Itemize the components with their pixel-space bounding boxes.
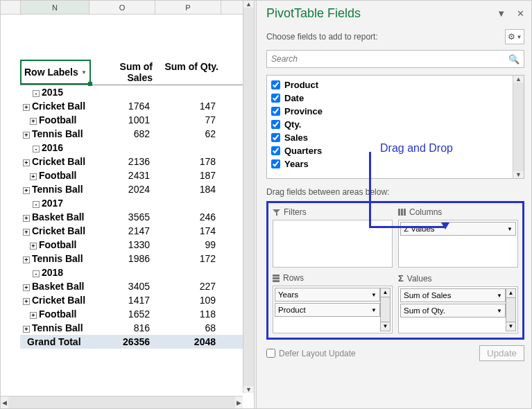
- pivot-row[interactable]: +Tennis Ball81668: [20, 321, 254, 335]
- qty-cell: 62: [157, 127, 223, 141]
- chevron-down-icon[interactable]: ▼: [507, 226, 513, 232]
- search-box[interactable]: 🔍: [266, 50, 524, 68]
- sum-sales-header[interactable]: Sum of Sales: [91, 60, 157, 85]
- pivot-row[interactable]: -2015: [20, 85, 254, 99]
- field-date[interactable]: Date: [271, 92, 508, 105]
- scroll-track[interactable]: [513, 82, 524, 171]
- rows-area-scrollbar[interactable]: ▲▼: [380, 288, 391, 331]
- scroll-up-icon[interactable]: ▲: [515, 76, 522, 82]
- options-dropdown-icon[interactable]: ▼: [497, 8, 506, 19]
- filter-dropdown-icon[interactable]: ▼: [81, 69, 87, 76]
- field-years[interactable]: Years: [271, 157, 508, 171]
- chevron-down-icon[interactable]: ▼: [497, 293, 502, 299]
- field-qty[interactable]: Qty.: [271, 118, 508, 131]
- expand-icon[interactable]: +: [23, 104, 30, 111]
- expand-icon[interactable]: +: [23, 229, 30, 236]
- field-checkbox[interactable]: [271, 80, 280, 89]
- qty-cell: 68: [157, 321, 223, 335]
- defer-checkbox-input[interactable]: [266, 349, 275, 358]
- pivot-row[interactable]: +Basket Ball3565246: [20, 210, 254, 224]
- chevron-down-icon[interactable]: ▼: [371, 292, 377, 298]
- vertical-scrollbar[interactable]: ▲ ▼: [243, 1, 254, 393]
- field-checkbox[interactable]: [271, 120, 280, 129]
- pivot-row[interactable]: -2016: [20, 141, 254, 155]
- expand-icon[interactable]: +: [30, 243, 37, 250]
- pivot-row[interactable]: +Cricket Ball1764147: [20, 99, 254, 113]
- field-quarters[interactable]: Quarters: [271, 144, 508, 157]
- expand-icon[interactable]: +: [30, 118, 37, 125]
- collapse-icon[interactable]: -: [33, 90, 40, 97]
- pivot-row[interactable]: +Basket Ball3405227: [20, 279, 254, 293]
- col-header-N[interactable]: N: [20, 1, 89, 14]
- rows-area[interactable]: Rows Years▼Product▼ ▲▼: [273, 273, 393, 333]
- pivot-row[interactable]: +Tennis Ball68262: [20, 127, 254, 141]
- scroll-down-icon[interactable]: ▼: [515, 171, 522, 178]
- collapse-icon[interactable]: -: [33, 201, 40, 208]
- expand-icon[interactable]: +: [30, 173, 37, 180]
- collapse-icon[interactable]: -: [33, 146, 40, 153]
- expand-icon[interactable]: +: [23, 187, 30, 194]
- expand-icon[interactable]: +: [23, 284, 30, 291]
- field-checkbox[interactable]: [271, 133, 280, 142]
- field-product[interactable]: Product: [271, 78, 508, 92]
- pivot-row[interactable]: +Football100177: [20, 113, 254, 127]
- expand-icon[interactable]: +: [30, 312, 37, 319]
- scroll-up-icon[interactable]: ▲: [246, 1, 252, 8]
- pivot-row[interactable]: +Cricket Ball2147174: [20, 224, 254, 238]
- layout-options-button[interactable]: ⚙▼: [505, 29, 524, 44]
- chevron-down-icon[interactable]: ▼: [371, 307, 377, 313]
- columns-area[interactable]: Columns Σ Values▼: [398, 207, 518, 268]
- expand-icon[interactable]: +: [23, 159, 30, 166]
- scroll-left-icon[interactable]: ◀: [2, 399, 7, 406]
- pivot-row[interactable]: +Tennis Ball2024184: [20, 182, 254, 196]
- expand-icon[interactable]: +: [23, 256, 30, 263]
- horizontal-scrollbar[interactable]: ◀ ▶: [1, 396, 243, 408]
- area-field-item[interactable]: Sum of Sales▼: [400, 288, 506, 302]
- expand-icon[interactable]: +: [23, 132, 30, 139]
- chevron-down-icon[interactable]: ▼: [497, 308, 502, 314]
- pivot-row[interactable]: +Cricket Ball1417109: [20, 293, 254, 307]
- filters-area[interactable]: Filters: [273, 207, 393, 268]
- col-header-O[interactable]: O: [89, 1, 155, 14]
- field-checkbox[interactable]: [271, 107, 280, 116]
- hscroll-track[interactable]: [8, 397, 235, 408]
- expand-icon[interactable]: +: [23, 326, 30, 333]
- grand-total-qty: 2048: [157, 335, 223, 349]
- values-area[interactable]: ΣValues Sum of Sales▼Sum of Qty.▼ ▲▼: [398, 273, 518, 333]
- pivot-row[interactable]: +Tennis Ball1986172: [20, 252, 254, 266]
- defer-update-checkbox[interactable]: Defer Layout Update: [266, 349, 356, 358]
- pivot-row[interactable]: -2017: [20, 196, 254, 210]
- pivot-row[interactable]: +Football1652118: [20, 307, 254, 321]
- expand-icon[interactable]: +: [23, 298, 30, 305]
- collapse-icon[interactable]: -: [33, 270, 40, 277]
- fields-scrollbar[interactable]: ▲ ▼: [513, 76, 524, 178]
- sum-qty-header[interactable]: Sum of Qty.: [157, 60, 223, 85]
- scroll-down-icon[interactable]: ▼: [246, 386, 252, 393]
- update-button[interactable]: Update: [479, 345, 524, 361]
- values-area-scrollbar[interactable]: ▲▼: [506, 288, 516, 331]
- defer-label: Defer Layout Update: [279, 349, 356, 358]
- field-province[interactable]: Province: [271, 105, 508, 118]
- area-field-item[interactable]: Sum of Qty.▼: [400, 304, 506, 317]
- area-field-item[interactable]: Σ Values▼: [400, 222, 516, 236]
- field-checkbox[interactable]: [271, 94, 280, 103]
- pivot-row[interactable]: +Cricket Ball2136178: [20, 155, 254, 168]
- scroll-right-icon[interactable]: ▶: [237, 399, 241, 406]
- pivot-row[interactable]: +Football133099: [20, 238, 254, 252]
- grand-total-row[interactable]: Grand Total 26356 2048: [20, 335, 254, 349]
- field-checkbox[interactable]: [271, 159, 280, 168]
- pivot-row[interactable]: +Football2431187: [20, 168, 254, 182]
- area-field-item[interactable]: Product▼: [275, 303, 380, 317]
- expand-icon[interactable]: +: [23, 215, 30, 222]
- field-checkbox[interactable]: [271, 146, 280, 155]
- scroll-track[interactable]: [243, 8, 254, 386]
- search-input[interactable]: [271, 54, 508, 64]
- sales-cell: [91, 141, 157, 155]
- qty-cell: [157, 85, 223, 99]
- pivot-row[interactable]: -2018: [20, 266, 254, 279]
- area-field-item[interactable]: Years▼: [275, 288, 380, 302]
- row-labels-cell[interactable]: Row Labels ▼: [20, 60, 91, 85]
- col-header-P[interactable]: P: [155, 1, 221, 14]
- close-icon[interactable]: ✕: [517, 8, 524, 19]
- field-sales[interactable]: Sales: [271, 131, 508, 144]
